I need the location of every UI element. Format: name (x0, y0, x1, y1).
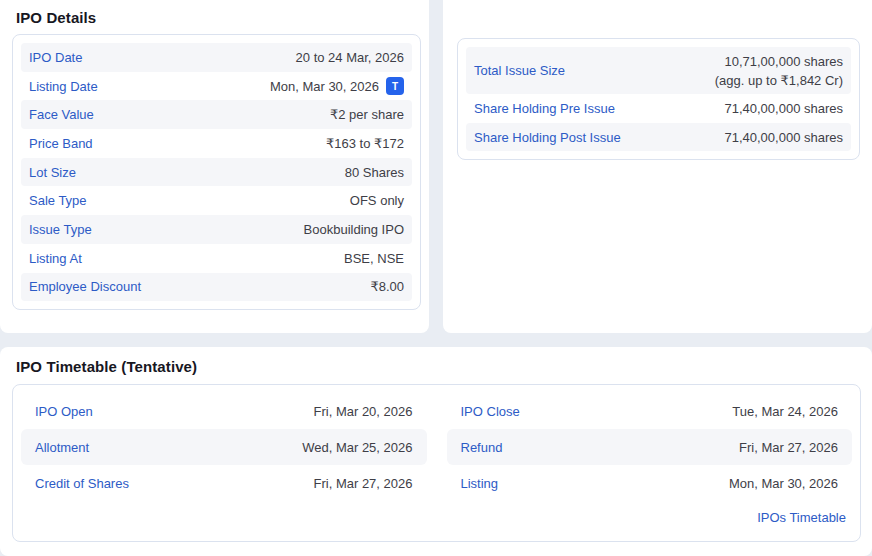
ipo-open-value: Fri, Mar 20, 2026 (314, 404, 413, 419)
ipo-date-link[interactable]: IPO Date (29, 50, 82, 65)
refund-link[interactable]: Refund (461, 440, 503, 455)
total-issue-size-value: 10,71,00,000 shares (agg. up to ₹1,842 C… (715, 52, 843, 90)
timetable-grid: IPO Open Fri, Mar 20, 2026 Allotment Wed… (21, 393, 852, 501)
issue-type-value: Bookbuilding IPO (304, 222, 404, 237)
ipo-open-link[interactable]: IPO Open (35, 404, 93, 419)
table-row-listing: Listing Mon, Mar 30, 2026 (447, 465, 853, 501)
listing-date-value: Mon, Mar 30, 2026 (270, 79, 379, 94)
listing-link[interactable]: Listing (461, 476, 499, 491)
table-row-face-value: Face Value ₹2 per share (21, 100, 412, 129)
table-row-refund: Refund Fri, Mar 27, 2026 (447, 429, 853, 465)
sale-type-link[interactable]: Sale Type (29, 193, 87, 208)
table-row-ipo-date: IPO Date 20 to 24 Mar, 2026 (21, 43, 412, 72)
lot-size-link[interactable]: Lot Size (29, 165, 76, 180)
listing-date-value-wrap: Mon, Mar 30, 2026 T (270, 77, 404, 95)
table-row-credit-of-shares: Credit of Shares Fri, Mar 27, 2026 (21, 465, 427, 501)
table-row-employee-discount: Employee Discount ₹8.00 (21, 273, 412, 302)
employee-discount-link[interactable]: Employee Discount (29, 279, 141, 294)
table-row-share-holding-post: Share Holding Post Issue 71,40,00,000 sh… (466, 123, 851, 152)
listing-value: Mon, Mar 30, 2026 (729, 476, 838, 491)
ipo-timetable-table: IPO Open Fri, Mar 20, 2026 Allotment Wed… (12, 384, 861, 542)
ipo-page: IPO Details IPO Date 20 to 24 Mar, 2026 … (0, 0, 872, 556)
ipo-close-link[interactable]: IPO Close (461, 404, 520, 419)
total-issue-size-link[interactable]: Total Issue Size (474, 63, 565, 78)
allotment-value: Wed, Mar 25, 2026 (302, 440, 412, 455)
credit-of-shares-value: Fri, Mar 27, 2026 (314, 476, 413, 491)
ipo-close-value: Tue, Mar 24, 2026 (732, 404, 838, 419)
sale-type-value: OFS only (350, 193, 404, 208)
table-row-ipo-close: IPO Close Tue, Mar 24, 2026 (447, 393, 853, 429)
refund-value: Fri, Mar 27, 2026 (739, 440, 838, 455)
price-band-value: ₹163 to ₹172 (326, 136, 404, 151)
table-row-ipo-open: IPO Open Fri, Mar 20, 2026 (21, 393, 427, 429)
price-band-link[interactable]: Price Band (29, 136, 93, 151)
share-holding-pre-link[interactable]: Share Holding Pre Issue (474, 101, 615, 116)
issue-info-table: Total Issue Size 10,71,00,000 shares (ag… (457, 38, 860, 160)
listing-at-link[interactable]: Listing At (29, 251, 82, 266)
table-row-price-band: Price Band ₹163 to ₹172 (21, 129, 412, 158)
table-row-lot-size: Lot Size 80 Shares (21, 158, 412, 187)
face-value-link[interactable]: Face Value (29, 107, 94, 122)
total-issue-size-aggregate: (agg. up to ₹1,842 Cr) (715, 71, 843, 90)
table-row-total-issue-size: Total Issue Size 10,71,00,000 shares (ag… (466, 47, 851, 94)
table-row-share-holding-pre: Share Holding Pre Issue 71,40,00,000 sha… (466, 94, 851, 123)
employee-discount-value: ₹8.00 (370, 279, 404, 294)
table-row-allotment: Allotment Wed, Mar 25, 2026 (21, 429, 427, 465)
share-holding-pre-value: 71,40,00,000 shares (724, 101, 843, 116)
ipo-timetable-card: IPO Timetable (Tentative) IPO Open Fri, … (0, 347, 872, 556)
ipo-details-title: IPO Details (0, 0, 429, 34)
ipo-details-table: IPO Date 20 to 24 Mar, 2026 Listing Date… (12, 34, 421, 310)
ipo-date-value: 20 to 24 Mar, 2026 (296, 50, 404, 65)
issue-info-card: Total Issue Size 10,71,00,000 shares (ag… (443, 0, 872, 333)
top-row: IPO Details IPO Date 20 to 24 Mar, 2026 … (0, 0, 872, 333)
table-row-listing-at: Listing At BSE, NSE (21, 244, 412, 273)
timetable-left-column: IPO Open Fri, Mar 20, 2026 Allotment Wed… (21, 393, 427, 501)
share-holding-post-value: 71,40,00,000 shares (724, 130, 843, 145)
allotment-link[interactable]: Allotment (35, 440, 89, 455)
credit-of-shares-link[interactable]: Credit of Shares (35, 476, 129, 491)
listing-date-link[interactable]: Listing Date (29, 79, 98, 94)
ipos-timetable-link[interactable]: IPOs Timetable (757, 510, 846, 525)
timetable-right-column: IPO Close Tue, Mar 24, 2026 Refund Fri, … (447, 393, 853, 501)
tentative-badge[interactable]: T (386, 77, 404, 95)
lot-size-value: 80 Shares (345, 165, 404, 180)
share-holding-post-link[interactable]: Share Holding Post Issue (474, 130, 621, 145)
table-row-sale-type: Sale Type OFS only (21, 186, 412, 215)
face-value-value: ₹2 per share (330, 107, 404, 122)
listing-at-value: BSE, NSE (344, 251, 404, 266)
issue-type-link[interactable]: Issue Type (29, 222, 92, 237)
ipo-timetable-title: IPO Timetable (Tentative) (0, 347, 872, 384)
table-row-issue-type: Issue Type Bookbuilding IPO (21, 215, 412, 244)
timetable-link-row: IPOs Timetable (21, 501, 852, 533)
ipo-details-card: IPO Details IPO Date 20 to 24 Mar, 2026 … (0, 0, 429, 333)
total-issue-size-shares: 10,71,00,000 shares (724, 52, 843, 71)
table-row-listing-date: Listing Date Mon, Mar 30, 2026 T (21, 72, 412, 101)
